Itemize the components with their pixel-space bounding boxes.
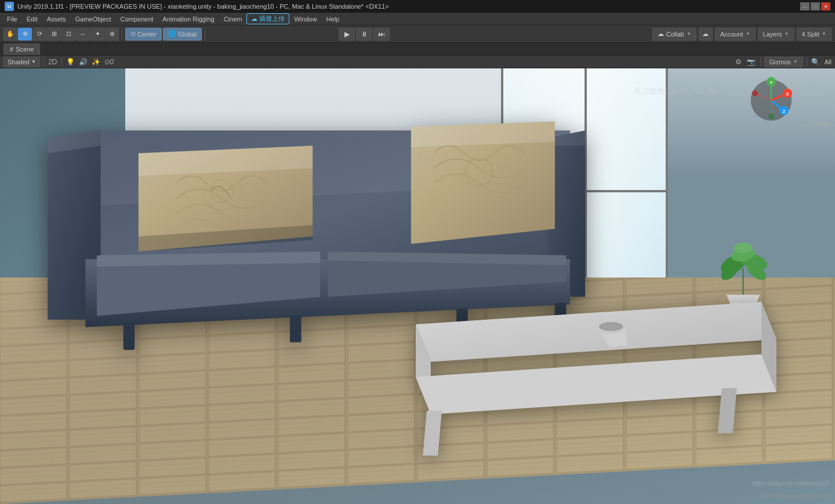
menu-component[interactable]: Component [115,14,158,24]
all-label: All [825,59,832,65]
scene-tab-icon: # [10,46,13,53]
persp-label: ◄ Persp [804,120,829,127]
cloud-button[interactable]: ☁ [699,28,713,41]
menu-window[interactable]: Window [289,14,321,24]
shaded-dropdown[interactable]: Shaded ▼ [3,57,40,67]
menu-help[interactable]: Help [322,14,344,24]
audio-toggle[interactable]: 🔊 [78,57,89,67]
rotate-tool-btn[interactable]: ⟳ [32,28,46,41]
fx-toggle[interactable]: ✨ [91,57,101,67]
view-sep4 [807,58,807,66]
step-button[interactable]: ⏭ [373,28,390,41]
account-arrow: ▼ [746,31,750,36]
svg-text:X: X [786,92,789,97]
svg-point-20 [734,243,752,253]
minimize-button[interactable]: — [800,2,809,10]
global-icon: 🌐 [168,30,176,38]
custom-tool2-btn[interactable]: ⊕ [105,28,119,41]
menu-cinema[interactable]: Cinem [219,14,247,24]
menu-cloud-upload[interactable]: ☁ 插搜上传 [246,13,289,24]
pause-button[interactable]: ⏸ [356,28,372,41]
collab-arrow: ▼ [687,31,691,36]
svg-point-25 [599,322,623,331]
global-label: Global [178,31,197,38]
svg-rect-21 [423,410,442,455]
hand-tool-btn[interactable]: ✋ [3,28,17,41]
gizmos-arrow: ▼ [793,59,798,64]
cloud-upload-icon: ☁ [251,15,257,22]
view-sep1 [43,58,44,66]
scene-wrapper: # Scene Shaded ▼ 2D 💡 🔊 ✨ ⊙0 ⚙ 📷 Gizmos … [0,43,835,504]
title-bar: U Unity 2019.1.1f1 - [PREVIEW PACKAGES I… [0,0,835,13]
2d-toggle[interactable]: 2D [48,57,58,67]
light-toggle[interactable]: 💡 [66,57,76,67]
play-controls: ▶ ⏸ ⏭ [339,28,390,41]
maximize-button[interactable]: □ [811,2,820,10]
viewport[interactable]: Y Z X ◄ Persp 关 [0,68,835,504]
coffee-table [401,279,776,491]
menu-animation-rigging[interactable]: Animation Rigging [158,14,219,24]
shaded-label: Shaded [8,59,30,65]
scene-tab-label: Scene [16,46,34,53]
center-label: Center [137,31,157,38]
center-icon: ⊙ [130,30,136,38]
layers-label: Layers [763,31,782,38]
auto-generate-label: Auto Generate Lighting Off [760,493,829,499]
right-toolbar: ☁ Collab ▼ ☁ Account ▼ Layers ▼ 4 Split … [652,28,832,41]
menu-bar: File Edit Assets GameObject Component An… [0,13,835,25]
url-info: https://blog.csdn.net/leahy100 [752,480,829,487]
gizmos-label: Gizmos [769,59,791,65]
layers-arrow: ▼ [785,31,789,36]
view-sep2 [61,58,62,66]
layers-button[interactable]: Layers ▼ [758,28,794,41]
sep1 [122,28,122,40]
menu-edit[interactable]: Edit [22,14,42,24]
search-icon-btn[interactable]: 🔍 [811,57,821,67]
layout-label: 4 Split [802,31,820,38]
close-button[interactable]: ✕ [821,2,830,10]
scene-tab-bar: # Scene [0,43,835,56]
rect-tool-btn[interactable]: ⊡ [61,28,75,41]
account-label: Account [720,31,743,38]
layout-button[interactable]: 4 Split ▼ [797,28,832,41]
camera-icon-btn[interactable]: 📷 [746,57,757,67]
settings-icon-btn[interactable]: ⚙ [734,57,744,67]
global-btn[interactable]: 🌐 Global [163,28,202,41]
window-controls: — □ ✕ [800,2,830,10]
menu-assets[interactable]: Assets [42,14,71,24]
transform-tools: ✋ ✥ ⟳ ⊞ ⊡ ↔ ✦ ⊕ [3,28,119,41]
sep2 [205,28,205,40]
shaded-arrow: ▼ [31,59,36,64]
watermark: 关注微信公众号：V2_z以 [634,86,719,96]
collab-button[interactable]: ☁ Collab ▼ [652,28,696,41]
svg-point-37 [768,114,774,119]
layers-count[interactable]: ⊙0 [104,57,114,67]
scene-canvas: Y Z X ◄ Persp 关 [0,68,835,504]
move-tool-btn[interactable]: ✥ [18,28,32,41]
svg-text:Y: Y [769,80,773,85]
transform-tool-btn[interactable]: ↔ [76,28,90,41]
scene-tab[interactable]: # Scene [3,43,40,55]
view-options-bar: Shaded ▼ 2D 💡 🔊 ✨ ⊙0 ⚙ 📷 Gizmos ▼ 🔍 All [0,56,835,68]
unity-icon: U [5,2,14,11]
svg-text:Z: Z [783,109,786,114]
custom-tool-btn[interactable]: ✦ [90,28,104,41]
window-title: Unity 2019.1.1f1 - [PREVIEW PACKAGES IN … [17,3,800,10]
collab-icon: ☁ [658,30,664,38]
collab-label: Collab [666,31,684,38]
account-button[interactable]: Account ▼ [715,28,756,41]
menu-file[interactable]: File [2,14,22,24]
svg-point-39 [752,90,758,96]
center-btn[interactable]: ⊙ Center [125,28,162,41]
scale-tool-btn[interactable]: ⊞ [47,28,61,41]
gizmos-dropdown[interactable]: Gizmos ▼ [764,57,803,67]
layout-arrow: ▼ [822,31,826,36]
view-sep3 [760,58,761,66]
gizmo[interactable]: Y Z X [748,77,789,118]
play-button[interactable]: ▶ [339,28,355,41]
toolbar: ✋ ✥ ⟳ ⊞ ⊡ ↔ ✦ ⊕ ⊙ Center 🌐 Global ▶ ⏸ ⏭ … [0,25,835,43]
menu-gameobject[interactable]: GameObject [71,14,116,24]
svg-rect-7 [124,324,135,350]
svg-rect-8 [290,316,302,342]
